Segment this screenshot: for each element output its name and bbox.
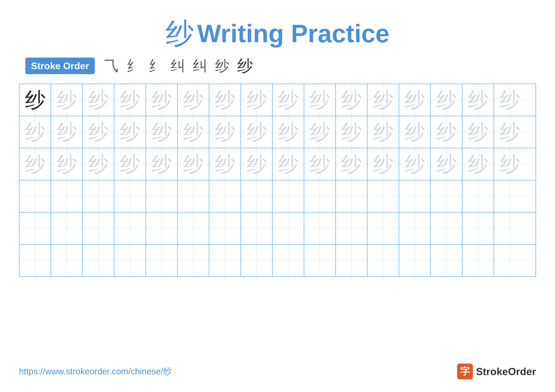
grid-cell-r6-c3[interactable] <box>83 245 114 276</box>
footer-url[interactable]: https://www.strokeorder.com/chinese/纱 <box>19 366 172 377</box>
grid-cell-r3-c14[interactable]: 纱 <box>431 148 462 180</box>
grid-cell-r6-c15[interactable] <box>462 245 494 276</box>
grid-cell-r2-c15[interactable]: 纱 <box>462 116 494 148</box>
grid-cell-r2-c16[interactable]: 纱 <box>494 116 526 148</box>
grid-cell-r3-c11[interactable]: 纱 <box>336 148 367 180</box>
grid-cell-r6-c13[interactable] <box>399 245 431 276</box>
grid-cell-r2-c10[interactable]: 纱 <box>304 116 336 148</box>
grid-cell-r4-c1[interactable] <box>20 180 51 212</box>
grid-cell-r2-c8[interactable]: 纱 <box>241 116 273 148</box>
grid-cell-r4-c6[interactable] <box>178 180 209 212</box>
grid-cell-r3-c16[interactable]: 纱 <box>494 148 526 180</box>
grid-cell-r4-c4[interactable] <box>114 180 146 212</box>
grid-cell-r3-c13[interactable]: 纱 <box>399 148 431 180</box>
grid-cell-r2-c3[interactable]: 纱 <box>83 116 114 148</box>
grid-cell-r2-c9[interactable]: 纱 <box>273 116 304 148</box>
grid-cell-r4-c13[interactable] <box>399 180 431 212</box>
grid-cell-r6-c11[interactable] <box>336 245 367 276</box>
grid-cell-r3-c1[interactable]: 纱 <box>20 148 51 180</box>
grid-cell-r4-c14[interactable] <box>431 180 462 212</box>
grid-cell-r1-c11[interactable]: 纱 <box>336 84 367 116</box>
grid-row-2: 纱 纱 纱 纱 纱 纱 纱 纱 纱 纱 纱 纱 纱 纱 纱 纱 <box>20 116 535 148</box>
grid-cell-r1-c6[interactable]: 纱 <box>178 84 209 116</box>
grid-cell-r5-c2[interactable] <box>51 213 83 244</box>
grid-cell-r1-c3[interactable]: 纱 <box>83 84 114 116</box>
grid-cell-r5-c12[interactable] <box>367 213 399 244</box>
grid-cell-r5-c13[interactable] <box>399 213 431 244</box>
grid-cell-r3-c6[interactable]: 纱 <box>178 148 209 180</box>
grid-cell-r5-c4[interactable] <box>114 213 146 244</box>
grid-cell-r6-c4[interactable] <box>114 245 146 276</box>
grid-cell-r1-c7[interactable]: 纱 <box>209 84 241 116</box>
grid-cell-r1-c16[interactable]: 纱 <box>494 84 526 116</box>
grid-cell-r2-c2[interactable]: 纱 <box>51 116 83 148</box>
grid-cell-r5-c11[interactable] <box>336 213 367 244</box>
grid-cell-r4-c12[interactable] <box>367 180 399 212</box>
grid-cell-r3-c5[interactable]: 纱 <box>146 148 178 180</box>
grid-cell-r6-c9[interactable] <box>273 245 304 276</box>
grid-cell-r3-c8[interactable]: 纱 <box>241 148 273 180</box>
grid-cell-r2-c11[interactable]: 纱 <box>336 116 367 148</box>
grid-cell-r1-c5[interactable]: 纱 <box>146 84 178 116</box>
grid-cell-r1-c12[interactable]: 纱 <box>367 84 399 116</box>
grid-cell-r1-c9[interactable]: 纱 <box>273 84 304 116</box>
grid-cell-r6-c10[interactable] <box>304 245 336 276</box>
grid-cell-r5-c3[interactable] <box>83 213 114 244</box>
grid-cell-r3-c2[interactable]: 纱 <box>51 148 83 180</box>
grid-cell-r6-c12[interactable] <box>367 245 399 276</box>
grid-cell-r5-c10[interactable] <box>304 213 336 244</box>
grid-cell-r3-c9[interactable]: 纱 <box>273 148 304 180</box>
grid-cell-r1-c15[interactable]: 纱 <box>462 84 494 116</box>
grid-cell-r6-c14[interactable] <box>431 245 462 276</box>
grid-cell-r5-c5[interactable] <box>146 213 178 244</box>
grid-cell-r1-c14[interactable]: 纱 <box>431 84 462 116</box>
grid-cell-r1-c4[interactable]: 纱 <box>114 84 146 116</box>
grid-cell-r1-c13[interactable]: 纱 <box>399 84 431 116</box>
footer: https://www.strokeorder.com/chinese/纱 字 … <box>19 363 536 379</box>
footer-logo: 字 StrokeOrder <box>457 363 536 379</box>
grid-cell-r2-c13[interactable]: 纱 <box>399 116 431 148</box>
grid-cell-r5-c15[interactable] <box>462 213 494 244</box>
grid-cell-r3-c12[interactable]: 纱 <box>367 148 399 180</box>
grid-cell-r4-c2[interactable] <box>51 180 83 212</box>
grid-cell-r2-c1[interactable]: 纱 <box>20 116 51 148</box>
grid-cell-r1-c1[interactable]: 纱 <box>20 84 51 116</box>
grid-cell-r3-c4[interactable]: 纱 <box>114 148 146 180</box>
grid-cell-r5-c6[interactable] <box>178 213 209 244</box>
grid-cell-r5-c9[interactable] <box>273 213 304 244</box>
grid-cell-r3-c3[interactable]: 纱 <box>83 148 114 180</box>
grid-cell-r4-c11[interactable] <box>336 180 367 212</box>
grid-cell-r4-c5[interactable] <box>146 180 178 212</box>
grid-cell-r5-c8[interactable] <box>241 213 273 244</box>
grid-cell-r6-c6[interactable] <box>178 245 209 276</box>
grid-cell-r4-c9[interactable] <box>273 180 304 212</box>
grid-cell-r6-c8[interactable] <box>241 245 273 276</box>
grid-cell-r6-c1[interactable] <box>20 245 51 276</box>
grid-cell-r6-c5[interactable] <box>146 245 178 276</box>
grid-cell-r5-c1[interactable] <box>20 213 51 244</box>
grid-cell-r2-c12[interactable]: 纱 <box>367 116 399 148</box>
grid-cell-r1-c8[interactable]: 纱 <box>241 84 273 116</box>
grid-cell-r4-c3[interactable] <box>83 180 114 212</box>
grid-cell-r2-c6[interactable]: 纱 <box>178 116 209 148</box>
grid-cell-r2-c5[interactable]: 纱 <box>146 116 178 148</box>
grid-cell-r2-c7[interactable]: 纱 <box>209 116 241 148</box>
grid-cell-r4-c8[interactable] <box>241 180 273 212</box>
grid-cell-r4-c15[interactable] <box>462 180 494 212</box>
grid-cell-r1-c2[interactable]: 纱 <box>51 84 83 116</box>
grid-cell-r1-c10[interactable]: 纱 <box>304 84 336 116</box>
grid-cell-r4-c16[interactable] <box>494 180 526 212</box>
grid-cell-r2-c14[interactable]: 纱 <box>431 116 462 148</box>
grid-cell-r6-c2[interactable] <box>51 245 83 276</box>
grid-cell-r3-c7[interactable]: 纱 <box>209 148 241 180</box>
grid-cell-r5-c16[interactable] <box>494 213 526 244</box>
grid-cell-r2-c4[interactable]: 纱 <box>114 116 146 148</box>
grid-cell-r6-c16[interactable] <box>494 245 526 276</box>
grid-cell-r3-c10[interactable]: 纱 <box>304 148 336 180</box>
grid-cell-r5-c14[interactable] <box>431 213 462 244</box>
grid-cell-r6-c7[interactable] <box>209 245 241 276</box>
grid-cell-r3-c15[interactable]: 纱 <box>462 148 494 180</box>
grid-cell-r5-c7[interactable] <box>209 213 241 244</box>
grid-cell-r4-c10[interactable] <box>304 180 336 212</box>
grid-cell-r4-c7[interactable] <box>209 180 241 212</box>
